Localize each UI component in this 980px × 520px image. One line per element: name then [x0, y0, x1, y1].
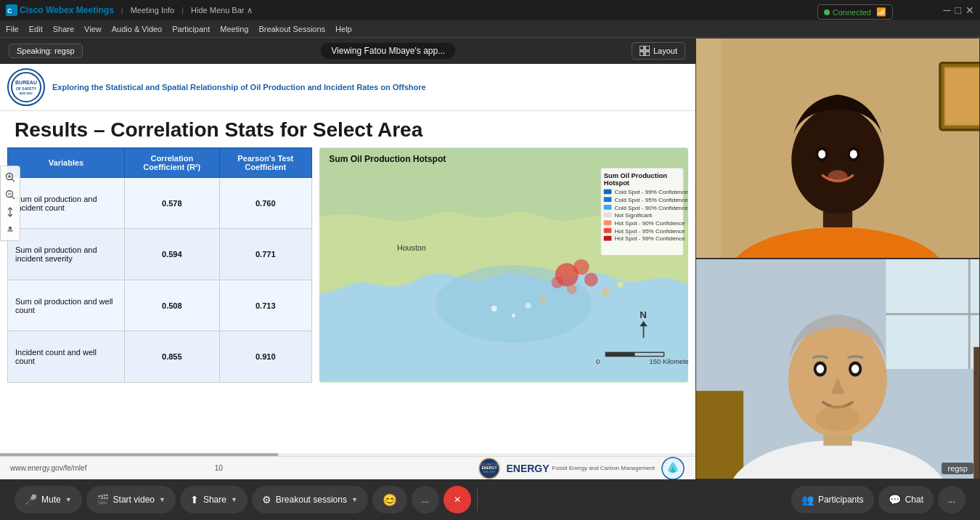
- mute-caret: ▼: [65, 496, 72, 503]
- video-panel-1: [695, 38, 980, 259]
- cell-pearson: 0.910: [219, 331, 312, 382]
- cell-pearson: 0.760: [219, 178, 312, 229]
- scroll-btn[interactable]: [2, 204, 18, 220]
- svg-text:C: C: [7, 7, 12, 15]
- more-button[interactable]: ...: [412, 486, 439, 513]
- svg-point-73: [850, 150, 857, 159]
- svg-point-90: [816, 405, 859, 431]
- meeting-info-link[interactable]: Meeting Info: [131, 6, 175, 15]
- menu-participant[interactable]: Participant: [172, 25, 210, 33]
- zoom-in-btn[interactable]: [2, 169, 18, 185]
- menu-breakout[interactable]: Breakout Sessions: [258, 25, 325, 33]
- menu-bar: File Edit Share View Audio & Video Parti…: [0, 20, 980, 38]
- svg-rect-50: [604, 236, 612, 241]
- svg-rect-5: [645, 52, 650, 56]
- col-pearson: Pearson's Test Coefficient: [219, 148, 312, 178]
- svg-line-11: [12, 197, 15, 200]
- hide-menu-btn[interactable]: Hide Menu Bar ∧: [191, 6, 252, 15]
- share-label: Share: [203, 495, 226, 505]
- participants-label: Participants: [818, 495, 864, 505]
- participants-button[interactable]: 👥 Participants: [791, 486, 874, 513]
- video-label-2: regsp: [942, 463, 973, 474]
- menu-help[interactable]: Help: [335, 25, 352, 33]
- menu-audio-video[interactable]: Audio & Video: [112, 25, 163, 33]
- bottom-toolbar: 🎤 Mute ▼ 🎬 Start video ▼ ⬆ Share ▼ ⚙ Bre…: [0, 479, 980, 520]
- svg-text:Hot Spot - 99% Confidence: Hot Spot - 99% Confidence: [614, 235, 685, 242]
- minimize-btn[interactable]: ─: [944, 4, 951, 16]
- cisco-logo: C Cisco Webex Meetings: [6, 4, 114, 16]
- layout-label: Layout: [653, 46, 677, 55]
- chat-button[interactable]: 💬 Chat: [878, 486, 934, 513]
- svg-point-69: [791, 107, 884, 214]
- svg-text:Cold Spot - 90% Confidence: Cold Spot - 90% Confidence: [614, 205, 688, 211]
- svg-point-26: [539, 296, 545, 302]
- svg-text:Not Significant: Not Significant: [614, 212, 652, 219]
- app-title-bar: C Cisco Webex Meetings | Meeting Info | …: [0, 0, 980, 20]
- breakout-icon: ⚙: [262, 494, 271, 505]
- svg-text:Houston: Houston: [397, 243, 426, 252]
- pres-top-bar: Speaking: regsp Viewing Fatou Mbaye's ap…: [0, 38, 695, 64]
- menu-view[interactable]: View: [84, 25, 102, 33]
- map-area: Houston New Orleans Sum Oil Production H…: [319, 147, 688, 383]
- table-row: Sum oil production and incident severity…: [8, 229, 312, 280]
- svg-rect-65: [945, 68, 979, 125]
- connected-label: Connected: [833, 8, 871, 17]
- svg-point-28: [617, 282, 623, 288]
- share-button[interactable]: ⬆ Share ▼: [180, 486, 248, 513]
- mute-button[interactable]: 🎤 Mute ▼: [15, 486, 82, 513]
- menu-edit[interactable]: Edit: [29, 25, 43, 33]
- svg-text:BUREAU: BUREAU: [15, 80, 37, 85]
- svg-rect-3: [645, 46, 650, 50]
- connected-badge: Connected 📶: [817, 4, 893, 20]
- end-button[interactable]: ✕: [444, 486, 471, 513]
- svg-text:Sum Oil Production: Sum Oil Production: [604, 172, 668, 179]
- video-panel-2: regsp: [695, 259, 980, 479]
- menu-file[interactable]: File: [6, 25, 19, 33]
- mute-label: Mute: [41, 495, 61, 505]
- menu-meeting[interactable]: Meeting: [220, 25, 248, 33]
- maximize-btn[interactable]: □: [955, 4, 961, 16]
- menu-share[interactable]: Share: [53, 25, 74, 33]
- cell-variable: Incident count and well count: [8, 331, 125, 382]
- cell-correlation: 0.508: [125, 280, 219, 330]
- emoji-button[interactable]: 😊: [372, 486, 407, 513]
- svg-rect-55: [605, 352, 634, 356]
- viewing-badge: Viewing Fatou Mbaye's app...: [321, 43, 455, 59]
- svg-text:OF SAFETY: OF SAFETY: [16, 86, 37, 91]
- table-map-row: Variables Correlation Coefficient (R²) P…: [0, 147, 695, 383]
- video-caret: ▼: [159, 496, 166, 503]
- svg-text:Cold Spot - 95% Confidence: Cold Spot - 95% Confidence: [614, 197, 688, 203]
- svg-text:0: 0: [596, 358, 600, 365]
- layout-icon: [640, 46, 650, 56]
- pan-btn[interactable]: [2, 222, 18, 237]
- svg-point-29: [491, 306, 497, 312]
- slide-title: Exploring the Statistical and Spatial Re…: [45, 83, 426, 92]
- cell-variable: Sum oil production and incident severity: [8, 229, 125, 280]
- right-panel: regsp: [695, 38, 980, 479]
- svg-rect-4: [640, 52, 644, 56]
- svg-text:ENERGY: ENERGY: [482, 466, 498, 470]
- breakout-button[interactable]: ⚙ Breakout sessions ▼: [252, 486, 368, 513]
- svg-point-23: [552, 277, 563, 288]
- toolbar-divider: [477, 489, 478, 511]
- presentation-area: Speaking: regsp Viewing Fatou Mbaye's ap…: [0, 38, 695, 479]
- svg-rect-2: [640, 46, 644, 50]
- footer-logos: U.S. DEPT OF ENERGY EST. 1977 ENERGY Fos…: [478, 456, 685, 480]
- svg-point-27: [602, 288, 610, 296]
- layout-button[interactable]: Layout: [632, 42, 685, 60]
- svg-point-24: [567, 285, 576, 294]
- slide-footer: www.energy.gov/fe/mlef 10 U.S. DEPT OF E…: [0, 456, 695, 479]
- chat-label: Chat: [905, 495, 923, 505]
- svg-text:Hot Spot - 95% Confidence: Hot Spot - 95% Confidence: [614, 228, 685, 235]
- slide-content: BUREAU OF SAFETY AND ENV. Exploring the …: [0, 64, 695, 479]
- cell-pearson: 0.713: [219, 280, 312, 330]
- svg-point-14: [9, 227, 12, 229]
- video-button[interactable]: 🎬 Start video ▼: [86, 486, 176, 513]
- more-right-button[interactable]: ...: [938, 486, 965, 513]
- svg-rect-42: [604, 205, 612, 210]
- cell-correlation: 0.594: [125, 229, 219, 280]
- svg-text:Cold Spot - 99% Confidence: Cold Spot - 99% Confidence: [614, 189, 688, 195]
- close-btn[interactable]: ✕: [965, 4, 974, 16]
- zoom-out-btn[interactable]: [2, 187, 18, 203]
- share-caret: ▼: [231, 496, 237, 503]
